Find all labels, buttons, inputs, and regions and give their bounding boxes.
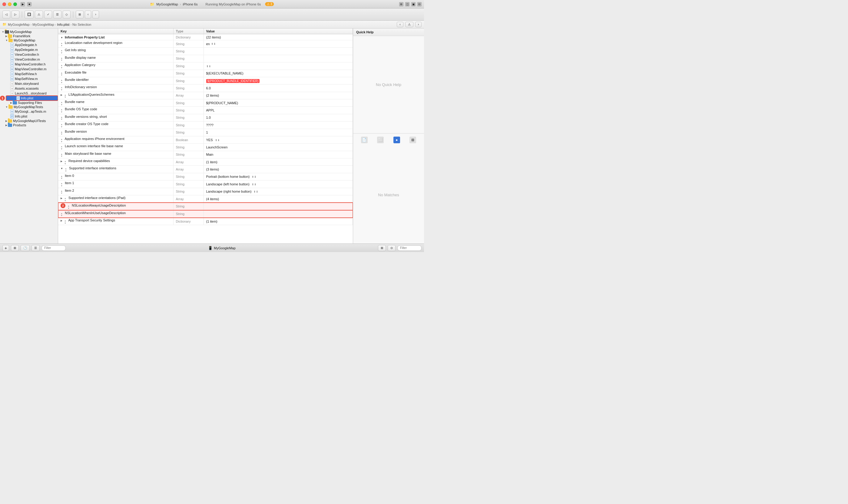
- table-row-nslocation-when[interactable]: ▲▼ NSLocationWhenInUseUsageDescription S…: [58, 210, 353, 217]
- table-row[interactable]: ▲▼ Bundle versions string, short String …: [58, 114, 353, 121]
- sidebar-item-appdelegate-m[interactable]: M AppDelegate.m: [0, 47, 58, 52]
- sidebar-item-supporting-files[interactable]: ▶ Supporting Files: [0, 101, 58, 105]
- stepper-icon[interactable]: ▲▼: [68, 205, 70, 209]
- stepper-icon[interactable]: ▲▼: [60, 175, 63, 180]
- fullscreen-button[interactable]: [13, 2, 17, 6]
- expand-arrow-icon[interactable]: ▶: [60, 160, 62, 163]
- table-row[interactable]: ▼ ▲▼ Supported interface orientations Ar…: [58, 166, 353, 173]
- stepper-icon[interactable]: ▲▼: [60, 123, 63, 128]
- stepper-icon[interactable]: ▲▼: [60, 101, 63, 106]
- stepper-icon[interactable]: ▲▼: [64, 94, 66, 98]
- stepper-icon[interactable]: ▲▼: [60, 182, 63, 187]
- sidebar-item-main-storyboard[interactable]: S Main.storyboard: [0, 81, 58, 86]
- table-row[interactable]: ▼ Information Property List Dictionary (…: [58, 34, 353, 40]
- stepper-icon[interactable]: ▲▼: [60, 42, 63, 47]
- table-row[interactable]: ▶ ▲▼ Supported interface orientations (i…: [58, 195, 353, 202]
- stepper-icon[interactable]: ▲▼: [64, 197, 66, 202]
- sidebar-item-mygooglemap-group[interactable]: ▼ MyGoogleMap: [0, 38, 58, 42]
- table-row[interactable]: ▲▼ Bundle OS Type code String APPL: [58, 107, 353, 114]
- sidebar-item-mygooglemaptests[interactable]: ▼ MyGoogleMapTests: [0, 105, 58, 109]
- dropdown-arrow-icon[interactable]: ⬆⬇: [253, 190, 258, 193]
- table-row[interactable]: ▲▼ Item 2 String Landscape (right home b…: [58, 188, 353, 195]
- issues-button[interactable]: ⚠: [35, 11, 43, 18]
- quick-help-circle-icon[interactable]: ●: [393, 137, 400, 143]
- table-row[interactable]: ▲▼ Bundle identifier String $(PRODUCT_BU…: [58, 77, 353, 84]
- sidebar-item-framework[interactable]: ▶ FrameWork: [0, 34, 58, 38]
- minimize-button[interactable]: [8, 2, 12, 6]
- layout-btn[interactable]: ▣: [411, 2, 416, 6]
- stepper-icon[interactable]: ▲▼: [60, 131, 63, 136]
- table-row[interactable]: ▲▼ Get Info string String: [58, 48, 353, 55]
- dropdown-arrow-icon[interactable]: ⬆⬇: [206, 65, 211, 68]
- stepper-icon[interactable]: ▲▼: [60, 153, 63, 158]
- table-row[interactable]: ▲▼ Item 1 String Landscape (left home bu…: [58, 181, 353, 188]
- stepper-icon[interactable]: ▲▼: [60, 86, 63, 91]
- editor-btn[interactable]: ◫: [405, 2, 410, 6]
- breadcrumb-mygooglemap2[interactable]: MyGoogleMap: [32, 23, 54, 26]
- sidebar-item-products[interactable]: ▶ Products: [0, 123, 58, 127]
- table-row[interactable]: ▲▼ Localization native development regio…: [58, 40, 353, 48]
- expand-arrow-icon[interactable]: ▶: [60, 94, 62, 96]
- bottom-circle-btn[interactable]: ⊙: [387, 245, 396, 251]
- sidebar-item-launchscreen[interactable]: S LaunchS...storyboard: [0, 91, 58, 96]
- stepper-icon[interactable]: ▲▼: [64, 160, 66, 165]
- table-row[interactable]: ▲▼ Main storyboard file base name String…: [58, 151, 353, 158]
- sidebar-item-uitests[interactable]: ▶ MyGoogleMapUITests: [0, 119, 58, 123]
- dropdown-arrow-icon[interactable]: ⬆⬇: [252, 175, 256, 178]
- add-file-button[interactable]: 🔲: [24, 11, 34, 18]
- sidebar-item-viewcontroller-h[interactable]: H ViewController.h: [0, 52, 58, 57]
- stop-button[interactable]: ■: [27, 2, 32, 6]
- expand-arrow-icon[interactable]: ▼: [60, 167, 63, 170]
- stepper-icon[interactable]: ▲▼: [60, 49, 63, 54]
- table-row[interactable]: ▶ ▲▼ LSApplicationQueriesSchemes Array (…: [58, 92, 353, 99]
- warning-badge[interactable]: ⚠ 3: [265, 2, 274, 6]
- filter-btn[interactable]: ⊞: [11, 245, 19, 251]
- table-row[interactable]: ▲▼ Launch screen interface file base nam…: [58, 144, 353, 151]
- breadcrumb-warning-button[interactable]: ⚠: [405, 22, 413, 27]
- table-row[interactable]: ▲▼ Executable file String $(EXECUTABLE_N…: [58, 70, 353, 77]
- quick-help-grid-icon[interactable]: ⊞: [410, 137, 416, 143]
- sidebar-item-mapviewcontroller-m[interactable]: M MapViewController.m: [0, 67, 58, 71]
- table-row-nslocation-always[interactable]: 2 ▲▼ NSLocationAlwaysUsageDescription St…: [58, 203, 353, 210]
- table-row[interactable]: ▲▼ InfoDictionary version String 6.0: [58, 85, 353, 92]
- sidebar-item-mapselfview-h[interactable]: H MapSelfView.h: [0, 71, 58, 76]
- run-button[interactable]: ▶: [21, 2, 25, 6]
- debug-button[interactable]: ☰: [53, 11, 61, 18]
- list-btn[interactable]: ☰: [32, 245, 40, 251]
- stepper-icon[interactable]: ▲▼: [60, 212, 63, 217]
- table-row[interactable]: ▶ ▲▼ Required device capabilities Array …: [58, 158, 353, 166]
- stepper-icon[interactable]: ▲▼: [60, 64, 63, 69]
- expand-arrow-icon[interactable]: ▶: [60, 197, 62, 200]
- sidebar-item-root[interactable]: ▼ MyGoogleMap: [0, 30, 58, 34]
- expand-arrow-icon[interactable]: ▶: [60, 219, 62, 222]
- dropdown-arrow-icon[interactable]: ⬆⬇: [252, 183, 256, 186]
- sidebar-item-tests-plist[interactable]: P Info.plist: [0, 114, 58, 119]
- stepper-icon[interactable]: ▲▼: [64, 220, 66, 224]
- table-row[interactable]: ▶ ▲▼ App Transport Security Settings Dic…: [58, 218, 353, 225]
- table-row[interactable]: ▲▼ Application requires iPhone environme…: [58, 136, 353, 143]
- bottom-grid-btn[interactable]: ⊞: [378, 245, 386, 251]
- breadcrumb-infoplist[interactable]: Info.plist: [57, 23, 69, 26]
- test-button[interactable]: ✓: [44, 11, 52, 18]
- quick-help-class-icon[interactable]: ⬜: [377, 137, 384, 143]
- close-button[interactable]: [2, 2, 6, 6]
- table-row[interactable]: ▲▼ Application Category String ⬆⬇: [58, 62, 353, 70]
- breadcrumb-prev-button[interactable]: ‹: [397, 22, 403, 27]
- table-row[interactable]: ▲▼ Item 0 String Portrait (bottom home b…: [58, 173, 353, 180]
- table-row[interactable]: ▲▼ Bundle creator OS Type code String ??…: [58, 122, 353, 129]
- grid-view-button[interactable]: ⊞: [76, 11, 84, 18]
- nav-prev-button[interactable]: ‹: [85, 11, 91, 18]
- stepper-icon[interactable]: ▲▼: [60, 116, 63, 121]
- sidebar-item-assets[interactable]: A Assets.xcassets: [0, 86, 58, 91]
- stepper-icon[interactable]: ▲▼: [60, 145, 63, 150]
- breadcrumb-mygooglemap[interactable]: MyGoogleMap: [8, 23, 30, 26]
- table-row[interactable]: ▲▼ Bundle display name String: [58, 55, 353, 62]
- stepper-icon[interactable]: ▲▼: [60, 72, 63, 76]
- sidebar-item-viewcontroller-m[interactable]: M ViewController.m: [0, 57, 58, 62]
- breakpoint-button[interactable]: ◇: [63, 11, 71, 18]
- filter-input[interactable]: [41, 245, 66, 251]
- view-toggle-btn[interactable]: ⊞: [399, 2, 403, 6]
- forward-button[interactable]: ▷: [12, 11, 19, 18]
- breadcrumb-next-button[interactable]: ›: [415, 22, 421, 27]
- dropdown-arrow-icon[interactable]: ⬆⬇: [211, 42, 216, 46]
